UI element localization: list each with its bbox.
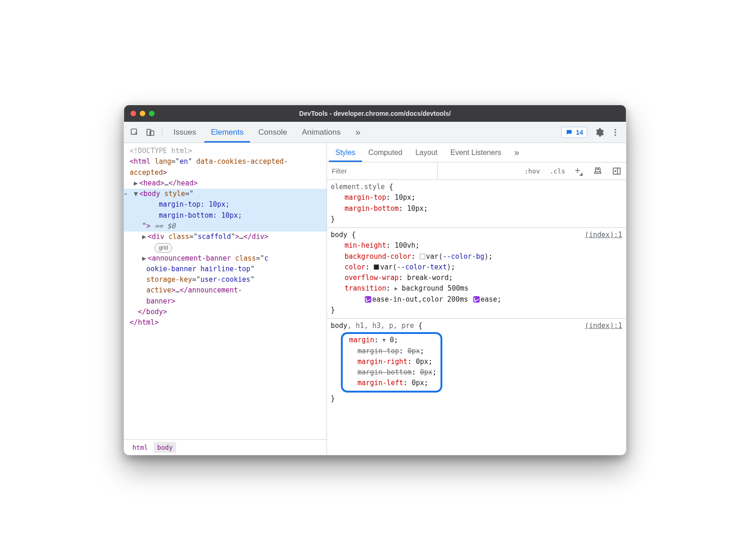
styles-panel: Styles Computed Layout Event Listeners »… (327, 143, 626, 455)
collapse-triangle-icon[interactable]: ▼ (134, 189, 139, 199)
subtab-event-listeners[interactable]: Event Listeners (444, 143, 507, 162)
css-property[interactable]: margin-left: 0px; (346, 378, 437, 388)
inspect-element-icon[interactable] (128, 125, 142, 139)
css-property[interactable]: margin-top: 10px; (331, 192, 622, 203)
window-title: DevTools - developer.chrome.com/docs/dev… (124, 110, 626, 117)
grid-badge[interactable]: grid (155, 243, 172, 253)
computed-sidebar-toggle-icon[interactable] (607, 162, 626, 179)
content-split: <!DOCTYPE html> <html lang="en" data-coo… (124, 143, 626, 455)
titlebar: DevTools - developer.chrome.com/docs/dev… (124, 105, 626, 122)
body-node-selected[interactable]: ▼<body style=" margin-top: 10px; margin-… (124, 189, 327, 232)
svg-point-3 (614, 129, 616, 130)
head-node[interactable]: ▶<head>…</head> (124, 178, 327, 189)
devtools-window: DevTools - developer.chrome.com/docs/dev… (124, 105, 626, 455)
source-link[interactable]: (index):1 (585, 230, 622, 240)
subtab-computed[interactable]: Computed (362, 143, 409, 162)
subtabs-overflow-icon[interactable]: » (508, 143, 526, 162)
style-rules: element.style { margin-top: 10px; margin… (327, 180, 626, 455)
tab-animations[interactable]: Animations (295, 122, 347, 143)
css-property-overridden[interactable]: margin-bottom: 0px; (346, 367, 437, 378)
html-close-tag[interactable]: </html> (124, 317, 327, 328)
tab-elements[interactable]: Elements (204, 122, 250, 143)
rule-body[interactable]: (index):1 body { min-height: 100vh; back… (327, 228, 626, 319)
device-toolbar-icon[interactable] (143, 125, 157, 139)
main-tab-bar: Issues Elements Console Animations » 14 (124, 122, 626, 143)
console-messages-badge[interactable]: 14 (561, 127, 587, 138)
styles-subtabs: Styles Computed Layout Event Listeners » (327, 143, 626, 162)
paint-brush-icon[interactable] (588, 162, 607, 179)
css-property[interactable]: min-height: 100vh; (331, 240, 622, 251)
css-property[interactable]: overflow-wrap: break-word; (331, 273, 622, 283)
console-messages-count: 14 (576, 129, 583, 136)
divider (162, 127, 162, 137)
crumb-body[interactable]: body (154, 442, 177, 453)
css-property[interactable]: margin-right: 0px; (346, 357, 437, 367)
body-close-tag[interactable]: </body> (124, 307, 327, 317)
subtab-layout[interactable]: Layout (409, 143, 444, 162)
minimize-window-button[interactable] (140, 111, 145, 116)
easing-editor-icon[interactable] (473, 296, 480, 303)
expand-triangle-icon[interactable]: ▶ (142, 232, 148, 242)
rule-element-style[interactable]: element.style { margin-top: 10px; margin… (327, 180, 626, 228)
tab-issues[interactable]: Issues (167, 122, 202, 143)
div-scaffold-node[interactable]: ▶<div class="scaffold">…</div> (124, 232, 327, 242)
svg-point-5 (614, 134, 616, 136)
settings-gear-icon[interactable] (593, 125, 607, 139)
css-property-overridden[interactable]: margin-top: 0px; (346, 346, 437, 357)
css-property[interactable]: margin-bottom: 10px; (331, 203, 622, 214)
subtab-styles[interactable]: Styles (329, 143, 362, 162)
fullscreen-window-button[interactable] (149, 111, 155, 116)
dom-tree[interactable]: <!DOCTYPE html> <html lang="en" data-coo… (124, 143, 327, 439)
styles-filter-bar: :hov .cls +◢ (327, 162, 626, 180)
breadcrumb: html body (124, 439, 327, 455)
rule-body-margin[interactable]: (index):1 body, h1, h3, p, pre { margin:… (327, 319, 626, 407)
close-window-button[interactable] (131, 111, 136, 116)
expand-triangle-icon[interactable]: ▶ (142, 253, 148, 264)
doctype: <!DOCTYPE html> (130, 147, 192, 155)
css-property[interactable]: margin: ▼ 0; (346, 335, 437, 346)
dom-panel: <!DOCTYPE html> <html lang="en" data-coo… (124, 143, 327, 455)
hov-toggle[interactable]: :hov (519, 162, 545, 179)
highlighted-margin-longhands: margin: ▼ 0; margin-top: 0px; margin-rig… (341, 332, 442, 392)
color-swatch-icon[interactable] (374, 264, 379, 270)
tabs-overflow-icon[interactable]: » (349, 122, 367, 143)
color-swatch-icon[interactable] (420, 254, 425, 259)
source-link[interactable]: (index):1 (585, 321, 622, 331)
expand-triangle-icon[interactable]: ▶ (134, 178, 139, 189)
css-property[interactable]: transition: ▶ background 500ms (331, 283, 622, 294)
new-style-rule-button[interactable]: +◢ (570, 162, 588, 179)
styles-filter-input[interactable] (327, 162, 438, 179)
announcement-banner-node[interactable]: ▶<announcement-banner class="c (124, 253, 327, 264)
kebab-menu-icon[interactable] (608, 125, 622, 139)
svg-point-4 (614, 131, 616, 133)
easing-editor-icon[interactable] (365, 296, 371, 303)
traffic-lights (131, 111, 155, 116)
cls-toggle[interactable]: .cls (545, 162, 570, 179)
css-property[interactable]: background-color: var(--color-bg); (331, 251, 622, 262)
html-open-tag[interactable]: <html lang="en" data-cookies-accepted- (124, 156, 327, 167)
css-property[interactable]: color: var(--color-text); (331, 262, 622, 273)
tab-console[interactable]: Console (252, 122, 293, 143)
crumb-html[interactable]: html (129, 442, 152, 453)
